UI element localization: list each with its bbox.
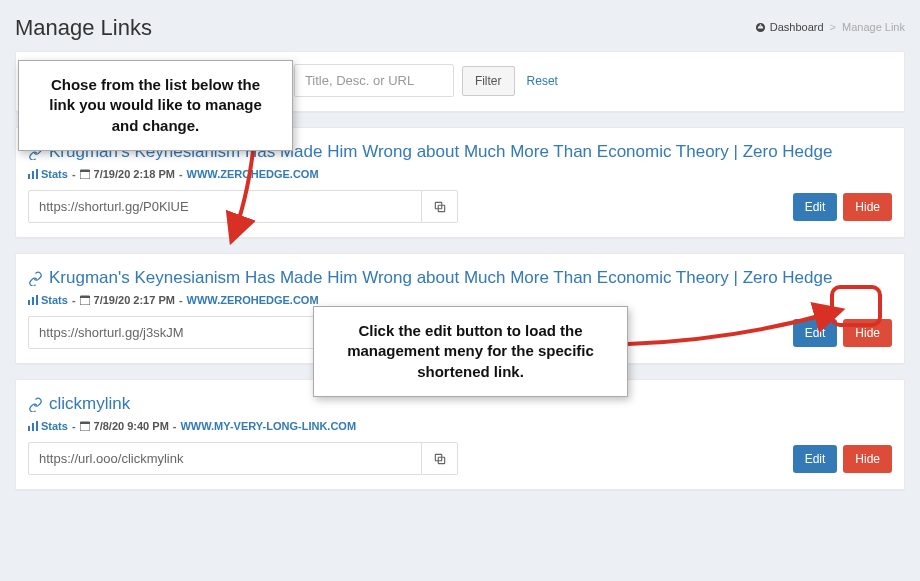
svg-rect-15 bbox=[32, 423, 34, 431]
hide-button[interactable]: Hide bbox=[843, 193, 892, 221]
link-title[interactable]: clickmylink bbox=[28, 394, 892, 414]
hide-button[interactable]: Hide bbox=[843, 319, 892, 347]
annotation-callout-top: Chose from the list below the link you w… bbox=[18, 60, 293, 151]
edit-button[interactable]: Edit bbox=[793, 319, 838, 347]
hide-button[interactable]: Hide bbox=[843, 445, 892, 473]
stats-link[interactable]: Stats bbox=[28, 294, 68, 306]
svg-rect-0 bbox=[28, 174, 30, 179]
breadcrumb: Dashboard > Manage Link bbox=[755, 15, 905, 33]
dashboard-icon bbox=[755, 22, 766, 33]
bar-chart-icon bbox=[28, 421, 38, 431]
calendar-icon bbox=[80, 295, 90, 305]
stats-link[interactable]: Stats bbox=[28, 420, 68, 432]
breadcrumb-sep: > bbox=[830, 21, 836, 33]
copy-button[interactable] bbox=[422, 442, 458, 475]
svg-rect-9 bbox=[36, 295, 38, 305]
search-input[interactable] bbox=[294, 64, 454, 97]
calendar-icon bbox=[80, 421, 90, 431]
link-meta: Stats - 7/19/20 2:18 PM - WWW.ZEROHEDGE.… bbox=[28, 168, 892, 180]
bar-chart-icon bbox=[28, 295, 38, 305]
stats-label: Stats bbox=[41, 294, 68, 306]
link-date: 7/8/20 9:40 PM bbox=[94, 420, 169, 432]
calendar-icon bbox=[80, 169, 90, 179]
breadcrumb-current: Manage Link bbox=[842, 21, 905, 33]
link-title[interactable]: Krugman's Keynesianism Has Made Him Wron… bbox=[28, 268, 892, 288]
svg-rect-7 bbox=[28, 300, 30, 305]
page-title: Manage Links bbox=[15, 15, 152, 41]
edit-button[interactable]: Edit bbox=[793, 445, 838, 473]
short-url-input[interactable] bbox=[28, 190, 422, 223]
link-domain[interactable]: WWW.ZEROHEDGE.COM bbox=[187, 168, 319, 180]
copy-button[interactable] bbox=[422, 190, 458, 223]
svg-rect-1 bbox=[32, 171, 34, 179]
link-title-text: Krugman's Keynesianism Has Made Him Wron… bbox=[49, 268, 832, 288]
link-meta: Stats - 7/8/20 9:40 PM - WWW.MY-VERY-LON… bbox=[28, 420, 892, 432]
link-icon bbox=[28, 397, 43, 412]
breadcrumb-dashboard-label: Dashboard bbox=[770, 21, 824, 33]
breadcrumb-dashboard[interactable]: Dashboard bbox=[755, 21, 824, 33]
edit-button[interactable]: Edit bbox=[793, 193, 838, 221]
copy-icon bbox=[433, 200, 447, 214]
svg-rect-11 bbox=[80, 296, 90, 298]
svg-rect-16 bbox=[36, 421, 38, 431]
stats-link[interactable]: Stats bbox=[28, 168, 68, 180]
stats-label: Stats bbox=[41, 168, 68, 180]
reset-link[interactable]: Reset bbox=[523, 74, 558, 88]
link-domain[interactable]: WWW.MY-VERY-LONG-LINK.COM bbox=[180, 420, 356, 432]
svg-rect-2 bbox=[36, 169, 38, 179]
link-date: 7/19/20 2:17 PM bbox=[94, 294, 175, 306]
bar-chart-icon bbox=[28, 169, 38, 179]
link-domain[interactable]: WWW.ZEROHEDGE.COM bbox=[187, 294, 319, 306]
filter-button[interactable]: Filter bbox=[462, 66, 515, 96]
link-title-text: clickmylink bbox=[49, 394, 130, 414]
copy-icon bbox=[433, 452, 447, 466]
link-date: 7/19/20 2:18 PM bbox=[94, 168, 175, 180]
svg-rect-8 bbox=[32, 297, 34, 305]
svg-rect-14 bbox=[28, 426, 30, 431]
link-meta: Stats - 7/19/20 2:17 PM - WWW.ZEROHEDGE.… bbox=[28, 294, 892, 306]
stats-label: Stats bbox=[41, 420, 68, 432]
svg-rect-18 bbox=[80, 422, 90, 424]
annotation-callout-mid: Click the edit button to load the manage… bbox=[313, 306, 628, 397]
link-icon bbox=[28, 271, 43, 286]
short-url-input[interactable] bbox=[28, 442, 422, 475]
svg-rect-4 bbox=[80, 170, 90, 172]
